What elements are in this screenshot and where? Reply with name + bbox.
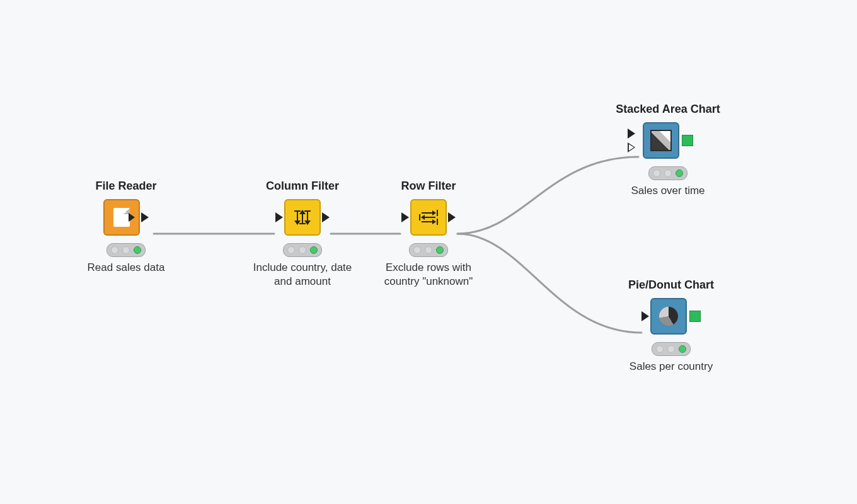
status-light-green (134, 246, 141, 254)
status-light-green (436, 246, 444, 254)
input-port[interactable] (628, 129, 635, 139)
status-traffic-light (106, 243, 146, 257)
input-port[interactable] (641, 311, 649, 321)
file-reader-icon (113, 208, 130, 227)
status-light-red (653, 169, 660, 177)
output-port[interactable] (448, 212, 456, 222)
node-icon-box[interactable] (103, 199, 140, 236)
node-icon-box[interactable] (650, 298, 687, 335)
node-description: Sales over time (611, 184, 725, 198)
node-title: Pie/Donut Chart (605, 278, 737, 292)
output-port[interactable] (141, 212, 149, 222)
status-light-red (413, 246, 421, 254)
status-traffic-light (648, 166, 687, 180)
input-port[interactable] (275, 212, 283, 222)
status-light-yellow (425, 246, 432, 254)
status-traffic-light (409, 243, 448, 257)
input-port-optional[interactable] (628, 142, 635, 152)
node-description: Read sales data (69, 261, 183, 275)
input-port[interactable] (401, 212, 409, 222)
node-icon-box[interactable] (284, 199, 321, 236)
node-column-filter[interactable]: Column Filter Include country, date and … (246, 180, 359, 289)
node-icon-box[interactable] (410, 199, 447, 236)
node-pie-donut-chart[interactable]: Pie/Donut Chart Sales per country (605, 278, 737, 374)
status-light-yellow (667, 345, 675, 353)
status-light-red (111, 246, 118, 254)
node-title: Column Filter (246, 180, 359, 193)
output-port[interactable] (322, 212, 330, 222)
node-stacked-area-chart[interactable]: Stacked Area Chart Sales over time (599, 103, 737, 198)
node-title: File Reader (69, 180, 183, 193)
status-traffic-light (283, 243, 322, 257)
row-filter-icon (422, 212, 435, 222)
pie-donut-chart-icon (659, 307, 678, 326)
node-icon-box[interactable] (643, 122, 679, 159)
image-output-port[interactable] (689, 311, 701, 322)
node-title: Stacked Area Chart (599, 103, 737, 116)
status-traffic-light (652, 342, 691, 356)
status-light-yellow (299, 246, 306, 254)
node-title: Row Filter (372, 180, 485, 193)
status-light-red (287, 246, 295, 254)
node-description: Sales per country (614, 360, 728, 374)
stacked-area-chart-icon (650, 130, 672, 151)
status-light-yellow (122, 246, 130, 254)
status-light-yellow (664, 169, 672, 177)
image-output-port[interactable] (682, 135, 693, 146)
column-filter-icon (297, 210, 308, 224)
status-light-red (656, 345, 664, 353)
node-description: Include country, date and amount (246, 261, 359, 289)
status-light-green (676, 169, 683, 177)
node-description: Exclude rows with country "unknown" (372, 261, 485, 289)
node-file-reader[interactable]: File Reader Read sales data (69, 180, 183, 275)
status-light-green (679, 345, 686, 353)
workflow-canvas[interactable]: { "nodes": { "file": { "title": "File Re… (0, 0, 857, 504)
status-light-green (310, 246, 318, 254)
node-row-filter[interactable]: Row Filter Exclude rows with country "un… (372, 180, 485, 289)
